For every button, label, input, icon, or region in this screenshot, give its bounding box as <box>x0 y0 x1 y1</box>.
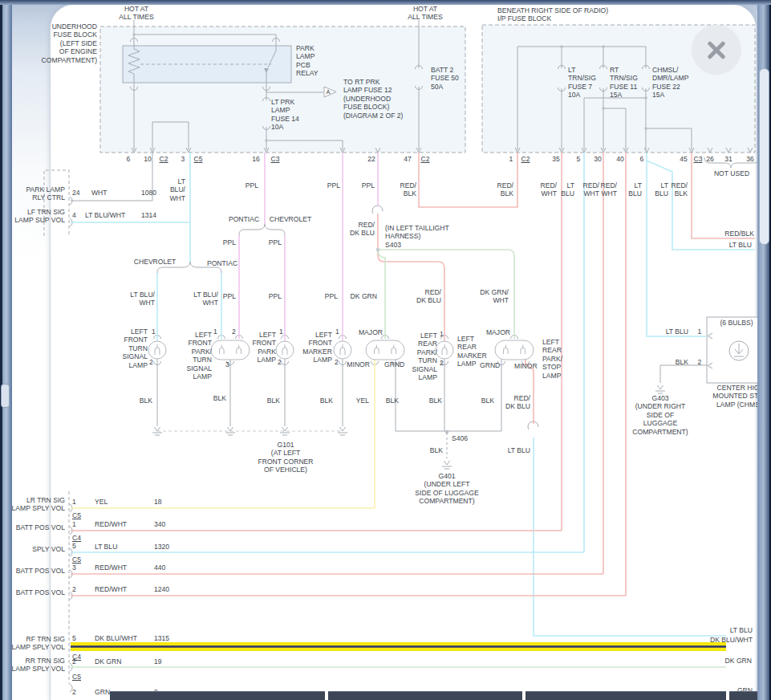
right-scrollbar-thumb[interactable] <box>759 68 769 245</box>
s406-bus <box>396 359 501 431</box>
front-major-minor-lamp <box>366 340 404 360</box>
left-front-marker-lamp <box>334 341 351 359</box>
left-front-turn-signal-lamp <box>148 341 166 359</box>
bottom-bar <box>110 691 771 700</box>
bottom-tab[interactable] <box>328 691 522 700</box>
bottom-tab[interactable] <box>525 691 726 700</box>
window-frame-left <box>0 0 12 700</box>
left-rear-park-stop-lamp <box>495 340 534 360</box>
close-button[interactable] <box>692 25 741 75</box>
bottom-tab[interactable] <box>110 691 325 700</box>
splice-s403 <box>376 248 380 252</box>
brand-brace <box>157 262 221 273</box>
splice-s406 <box>445 430 448 433</box>
left-front-park-lamp <box>276 341 294 359</box>
window-frame-top <box>0 0 771 5</box>
wire-continuation-hook <box>372 206 383 214</box>
left-front-park-turn-signal-lamp <box>211 340 250 360</box>
brand-brace <box>239 224 285 235</box>
right-scrollbar-track[interactable] <box>757 0 771 700</box>
app-window: HOT AT ALL TIMESUNDERHOOD FUSE BLOCK (LE… <box>0 0 771 700</box>
wiring-diagram-canvas <box>0 0 771 700</box>
left-scrollbar-thumb[interactable] <box>1 384 10 408</box>
not-used-brace <box>704 157 759 168</box>
left-module-box <box>44 170 69 684</box>
left-rear-park-turn-signal-lamp <box>436 341 453 359</box>
